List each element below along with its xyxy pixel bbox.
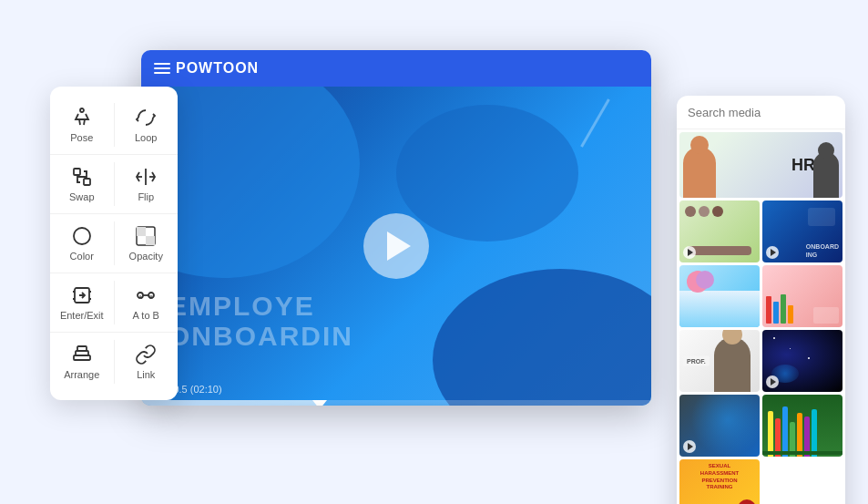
woman-silhouette <box>714 337 751 392</box>
color-label: Color <box>70 251 94 262</box>
medical-bg <box>679 265 760 327</box>
hamburger-icon[interactable] <box>154 63 170 74</box>
toolbar-row-arrange-link: Arrange Link <box>50 333 178 391</box>
media-grid: HR <box>677 129 845 504</box>
toolbar-item-pose[interactable]: Pose <box>50 103 115 147</box>
toolbar-item-arrange[interactable]: Arrange <box>50 340 115 384</box>
flip-label: Flip <box>138 191 154 202</box>
toolbar-item-swap[interactable]: Swap <box>50 162 115 206</box>
person1-shape <box>683 147 716 198</box>
media-search-bar: 🔍 <box>677 96 845 129</box>
toolbar-item-a-to-b[interactable]: A B A to B <box>115 281 179 324</box>
pencil5 <box>797 413 802 457</box>
svg-point-3 <box>74 228 90 244</box>
play-mini-icon <box>688 249 693 256</box>
toolbar-panel: Pose Loop <box>50 87 178 400</box>
play-icon <box>387 231 411 261</box>
dark-text: ONBOARDING <box>806 243 839 259</box>
toolbar-row-enterexit-atob: Enter/Exit A B A to B <box>50 273 178 333</box>
link-label: Link <box>137 369 155 380</box>
link-icon <box>135 344 157 365</box>
svg-rect-7 <box>146 227 155 236</box>
pencils-bg <box>762 395 842 457</box>
browser-window: POWTOON EMPLOYE ONBOARDIN 00:20.5 (02:10… <box>141 50 651 406</box>
media-item-harassment[interactable]: SEXUALHARASSMENTPREVENTIONTRAINING ! <box>679 459 760 504</box>
media-item-dark[interactable]: ONBOARDING <box>762 201 842 262</box>
flip-icon <box>135 166 157 188</box>
svg-rect-2 <box>84 179 90 185</box>
media-item-desk[interactable] <box>762 265 842 327</box>
woman-bg: PROF. <box>679 330 760 392</box>
toolbar-item-enter-exit[interactable]: Enter/Exit <box>50 281 115 324</box>
media-item-space[interactable] <box>762 330 842 392</box>
person2-shape <box>813 152 839 198</box>
pose-icon <box>71 107 93 129</box>
play-overlay-dark <box>766 246 779 259</box>
search-input[interactable] <box>688 106 841 119</box>
star3 <box>808 357 810 359</box>
video-title-line1: EMPLOYE <box>168 291 353 321</box>
toolbar-item-color[interactable]: Color <box>50 221 115 265</box>
timeline-bar[interactable] <box>141 400 651 406</box>
timeline-marker <box>312 400 327 406</box>
timeline-progress <box>141 400 320 406</box>
svg-rect-16 <box>77 346 87 351</box>
toolbar-row-color-opacity: Color Opacity <box>50 214 178 273</box>
video-area: EMPLOYE ONBOARDIN 00:20.5 (02:10) <box>141 87 651 406</box>
brand-name: POWTOON <box>176 60 259 77</box>
media-item-medical[interactable] <box>679 265 760 327</box>
video-title-line2: ONBOARDIN <box>168 321 353 351</box>
svg-text:B: B <box>149 294 153 300</box>
media-item-woman[interactable]: PROF. <box>679 330 760 392</box>
svg-point-0 <box>80 108 84 112</box>
pencil3 <box>782 406 788 457</box>
space-bg <box>762 330 842 392</box>
swap-icon <box>71 166 93 188</box>
play-overlay-space <box>766 375 779 388</box>
pencil7 <box>812 409 817 457</box>
toolbar-item-loop[interactable]: Loop <box>115 103 179 147</box>
media-item-hr[interactable]: HR <box>679 132 842 198</box>
svg-text:A: A <box>138 294 142 300</box>
pose-label: Pose <box>70 132 93 143</box>
harassment-bg: SEXUALHARASSMENTPREVENTIONTRAINING ! <box>679 459 760 504</box>
play-button[interactable] <box>363 213 429 279</box>
media-panel: 🔍 HR <box>677 96 845 504</box>
hr-label: HR <box>791 156 815 175</box>
swap-label: Swap <box>69 191 95 202</box>
desk-bg <box>762 265 842 327</box>
toolbar-row-pose-loop: Pose Loop <box>50 96 178 155</box>
play-mini-icon-dark <box>771 249 776 256</box>
media-item-space2[interactable] <box>679 395 760 457</box>
opacity-label: Opacity <box>129 251 163 262</box>
enter-exit-label: Enter/Exit <box>60 310 104 321</box>
toolbar-item-flip[interactable]: Flip <box>115 162 179 206</box>
scene: POWTOON EMPLOYE ONBOARDIN 00:20.5 (02:10… <box>0 0 868 504</box>
color-icon <box>71 225 93 247</box>
team-bg <box>679 201 760 262</box>
media-item-team[interactable] <box>679 201 760 262</box>
opacity-icon <box>135 225 157 247</box>
svg-rect-6 <box>146 236 155 245</box>
arrange-label: Arrange <box>64 369 99 380</box>
a-to-b-label: A to B <box>133 310 159 321</box>
play-overlay-space2 <box>683 440 696 453</box>
dark-bg: ONBOARDING <box>762 201 842 262</box>
a-to-b-icon: A B <box>135 284 157 306</box>
space2-bg <box>679 395 760 457</box>
harassment-text: SEXUALHARASSMENTPREVENTIONTRAINING <box>683 463 756 491</box>
play-overlay-team <box>683 246 696 259</box>
toolbar-item-opacity[interactable]: Opacity <box>115 221 179 265</box>
toolbar-item-link[interactable]: Link <box>115 340 179 384</box>
star2 <box>790 348 791 349</box>
video-text: EMPLOYE ONBOARDIN <box>168 291 353 351</box>
svg-rect-1 <box>74 169 80 175</box>
diagonal-decor <box>580 98 610 147</box>
media-item-pencils[interactable] <box>762 395 842 457</box>
star1 <box>773 337 775 339</box>
browser-header: POWTOON <box>141 50 651 87</box>
toolbar-row-swap-flip: Swap Flip <box>50 155 178 214</box>
svg-rect-5 <box>137 227 146 236</box>
play-mini-icon-space <box>771 378 776 386</box>
pencil1 <box>768 411 773 457</box>
